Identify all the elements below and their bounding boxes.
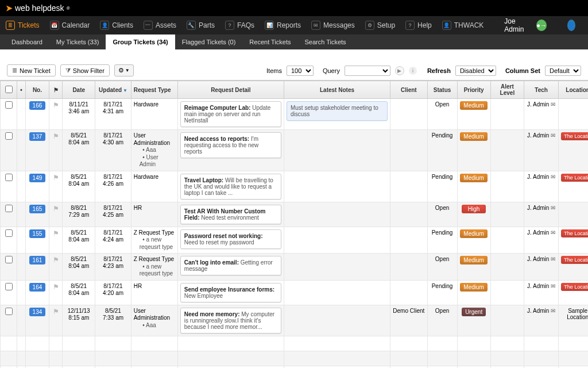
flag-icon[interactable]: ⚑ (53, 283, 59, 291)
cell-select[interactable] (1, 280, 17, 305)
table-row[interactable]: 165⚑8/8/217:29 am8/17/214:25 amHRTest AR… (1, 202, 589, 227)
mail-icon[interactable]: ✉ (551, 256, 555, 262)
request-detail-card[interactable]: Test AR With Number Custom Field: Need t… (180, 205, 281, 224)
cell-select[interactable] (1, 99, 17, 130)
request-detail-card[interactable]: Reimage Computer Lab: Update main image … (180, 101, 281, 127)
row-checkbox[interactable] (5, 174, 13, 181)
ticket-number-badge[interactable]: 161 (29, 256, 46, 264)
sub-tab-my-tickets-33-[interactable]: My Tickets (33) (49, 34, 106, 49)
items-select[interactable]: 100 (287, 66, 314, 76)
flag-icon[interactable]: ⚑ (53, 205, 59, 213)
table-row[interactable]: 155⚑8/5/218:04 am8/17/214:24 amZ Request… (1, 227, 589, 254)
status-online-icon[interactable]: ●→ (536, 20, 547, 31)
cell-select[interactable] (1, 254, 17, 281)
nav-item-calendar[interactable]: 📅Calendar (50, 21, 90, 30)
toolbar-actions-menu[interactable]: ⚙▼ (114, 64, 134, 76)
col-latest-notes[interactable]: Latest Notes (284, 81, 390, 99)
col-tech[interactable]: Tech (524, 81, 559, 99)
sub-tab-group-tickets-34-[interactable]: Group Tickets (34) (106, 34, 175, 49)
table-row[interactable]: 137⚑8/5/218:04 am8/17/214:30 amUser Admi… (1, 130, 589, 171)
col-date[interactable]: Date (63, 81, 95, 99)
show-filter-button[interactable]: ⧩ Show Filter (60, 64, 110, 76)
ticket-number-badge[interactable]: 164 (29, 283, 46, 292)
run-query-button[interactable]: ▶ (395, 66, 404, 75)
col-updated[interactable]: Updated▼ (95, 81, 131, 99)
col-request-detail[interactable]: Request Detail (177, 81, 284, 99)
columnset-select[interactable]: Default (545, 66, 581, 76)
flag-icon[interactable]: ⚑ (53, 174, 59, 182)
query-select[interactable] (345, 66, 390, 76)
cell-select[interactable] (1, 202, 17, 227)
nav-item-setup[interactable]: ⚙Setup (365, 21, 395, 30)
nav-item-parts[interactable]: 🔧Parts (187, 21, 215, 30)
user-avatar-icon[interactable]: 👤 (567, 20, 575, 31)
col-flag[interactable]: ⚑ (49, 81, 63, 99)
col-alert-level[interactable]: Alert Level (490, 81, 524, 99)
col-priority[interactable]: Priority (457, 81, 490, 99)
sub-tab-dashboard[interactable]: Dashboard (5, 34, 49, 49)
refresh-select[interactable]: Disabled (455, 66, 496, 76)
request-detail-card[interactable]: Password reset not working: Need to rese… (180, 229, 281, 249)
cell-select[interactable] (1, 130, 17, 171)
mail-icon[interactable]: ✉ (551, 101, 555, 108)
table-row[interactable]: 161⚑8/5/218:04 am8/17/214:23 amZ Request… (1, 254, 589, 281)
row-checkbox[interactable] (5, 205, 13, 212)
table-row[interactable]: 134⚑12/11/138:15 am8/5/217:33 amUser Adm… (1, 305, 589, 336)
row-checkbox[interactable] (5, 283, 13, 290)
flag-icon[interactable]: ⚑ (53, 308, 59, 316)
col-number[interactable]: No. (25, 81, 49, 99)
request-detail-card[interactable]: Send employee Insurance forms: New Emplo… (180, 283, 281, 302)
nav-item-tickets[interactable]: ≣Tickets (6, 21, 40, 30)
row-checkbox[interactable] (5, 229, 13, 237)
col-location[interactable]: Location (559, 81, 588, 99)
table-scroll[interactable]: • No. ⚑ Date Updated▼ Request Type Reque… (0, 80, 588, 368)
flag-icon[interactable]: ⚑ (53, 101, 59, 109)
col-request-type[interactable]: Request Type (131, 81, 177, 99)
nav-item-clients[interactable]: 👤Clients (100, 21, 133, 30)
mail-icon[interactable]: ✉ (551, 205, 555, 211)
query-info-icon[interactable]: i (409, 67, 417, 75)
request-detail-card[interactable]: Can't log into email: Getting error mess… (180, 256, 281, 275)
request-detail-card[interactable]: Travel Laptop: Will be travelling to the… (180, 174, 281, 200)
latest-notes-card[interactable]: Must setup stakeholder meeting to discus… (287, 101, 388, 121)
flag-icon[interactable]: ⚑ (53, 256, 59, 264)
ticket-number-badge[interactable]: 137 (29, 132, 46, 141)
row-checkbox[interactable] (5, 308, 13, 315)
ticket-number-badge[interactable]: 149 (29, 174, 46, 182)
nav-item-assets[interactable]: 〰Assets (144, 21, 176, 30)
sub-tab-search-tickets[interactable]: Search Tickets (297, 34, 353, 49)
nav-item-thwack[interactable]: 👤THWACK (442, 21, 484, 30)
mail-icon[interactable]: ✉ (551, 132, 555, 139)
new-ticket-button[interactable]: ≣ New Ticket (7, 64, 56, 76)
row-checkbox[interactable] (5, 256, 13, 263)
nav-item-help[interactable]: ?Help (405, 21, 432, 30)
select-all-checkbox[interactable] (5, 86, 13, 93)
table-row[interactable]: 164⚑8/5/218:04 am8/17/214:20 amHRSend em… (1, 280, 589, 305)
row-checkbox[interactable] (5, 132, 13, 140)
cell-select[interactable] (1, 171, 17, 202)
nav-item-faqs[interactable]: ?FAQs (225, 21, 254, 30)
flag-icon[interactable]: ⚑ (53, 229, 59, 237)
request-detail-card[interactable]: Need more memory: My computer is running… (180, 308, 281, 334)
flag-icon[interactable]: ⚑ (53, 132, 59, 140)
request-detail-card[interactable]: Need access to reports: I'm requesting a… (180, 132, 281, 158)
ticket-number-badge[interactable]: 155 (29, 229, 46, 238)
col-select-all[interactable] (1, 81, 17, 99)
ticket-number-badge[interactable]: 166 (29, 101, 46, 110)
col-indicator[interactable]: • (17, 81, 26, 99)
mail-icon[interactable]: ✉ (551, 283, 555, 289)
table-row[interactable]: 166⚑8/11/213:46 am8/17/214:31 amHardware… (1, 99, 589, 130)
nav-item-reports[interactable]: 📊Reports (265, 21, 301, 30)
cell-select[interactable] (1, 227, 17, 254)
col-client[interactable]: Client (390, 81, 427, 99)
row-checkbox[interactable] (5, 101, 13, 109)
nav-item-messages[interactable]: ✉Messages (311, 21, 355, 30)
mail-icon[interactable]: ✉ (551, 174, 555, 180)
col-status[interactable]: Status (427, 81, 457, 99)
table-row[interactable]: 149⚑8/5/218:04 am8/17/214:26 amHardwareT… (1, 171, 589, 202)
ticket-number-badge[interactable]: 134 (29, 308, 46, 316)
ticket-number-badge[interactable]: 165 (29, 205, 46, 213)
sub-tab-flagged-tickets-0-[interactable]: Flagged Tickets (0) (175, 34, 243, 49)
cell-select[interactable] (1, 305, 17, 336)
mail-icon[interactable]: ✉ (551, 229, 555, 236)
